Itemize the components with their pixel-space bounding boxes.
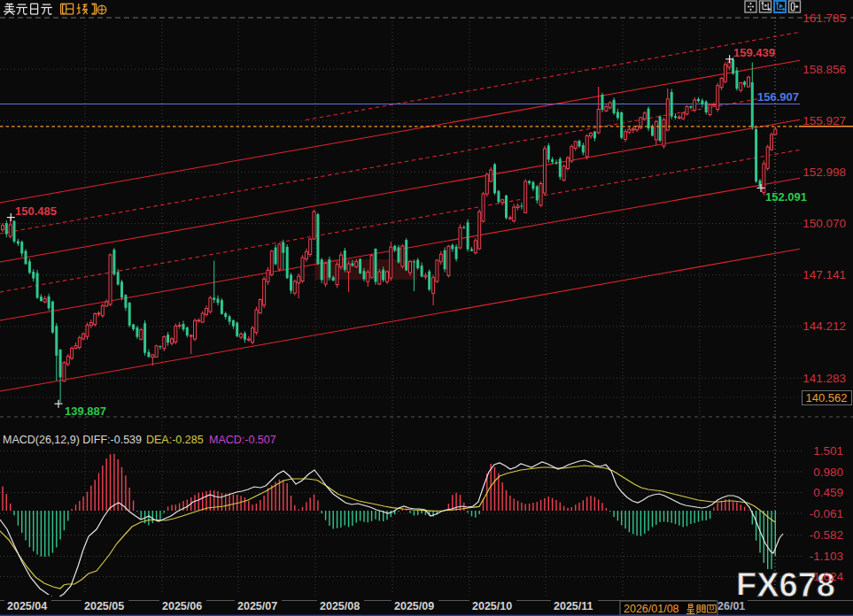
svg-text:152.998: 152.998: [803, 166, 846, 179]
svg-text:-1.103: -1.103: [810, 550, 843, 563]
svg-text:2025/05: 2025/05: [84, 600, 124, 612]
svg-text:141.283: 141.283: [803, 372, 846, 385]
svg-text:150.070: 150.070: [803, 217, 846, 230]
svg-text:150.485: 150.485: [15, 204, 57, 218]
svg-text:DEA:-0.285: DEA:-0.285: [146, 434, 204, 446]
svg-text:156.907: 156.907: [757, 90, 799, 104]
svg-text:1.501: 1.501: [813, 444, 843, 458]
svg-text:144.212: 144.212: [803, 320, 846, 333]
svg-text:161.785: 161.785: [803, 12, 846, 25]
svg-text:2025/04: 2025/04: [7, 600, 47, 612]
svg-text:2026/01/08: 2026/01/08: [624, 603, 679, 615]
svg-text:158.856: 158.856: [803, 63, 846, 76]
svg-text:140.562: 140.562: [806, 391, 848, 404]
svg-text:2025/11: 2025/11: [554, 600, 593, 612]
svg-text:2025/07: 2025/07: [237, 600, 277, 612]
svg-text:MACD(26,12,9) DIFF:-0.539: MACD(26,12,9) DIFF:-0.539: [3, 434, 142, 446]
svg-text:0.459: 0.459: [813, 486, 843, 499]
svg-text:26/01: 26/01: [717, 600, 745, 612]
svg-text:2025/09: 2025/09: [394, 600, 434, 612]
svg-text:155.927: 155.927: [803, 114, 846, 127]
svg-text:-0.582: -0.582: [810, 528, 843, 542]
svg-text:2025/06: 2025/06: [162, 600, 202, 612]
svg-text:MACD:-0.507: MACD:-0.507: [209, 434, 276, 446]
svg-text:139.887: 139.887: [65, 404, 106, 418]
svg-text:152.091: 152.091: [765, 190, 807, 204]
svg-text:0.980: 0.980: [813, 466, 843, 479]
svg-text:-1.624: -1.624: [810, 570, 844, 583]
svg-text:2025/08: 2025/08: [320, 600, 360, 612]
svg-text:147.141: 147.141: [803, 268, 846, 281]
svg-text:2025/10: 2025/10: [472, 600, 512, 612]
svg-text:-0.061: -0.061: [810, 507, 843, 520]
svg-text:159.439: 159.439: [733, 46, 775, 59]
